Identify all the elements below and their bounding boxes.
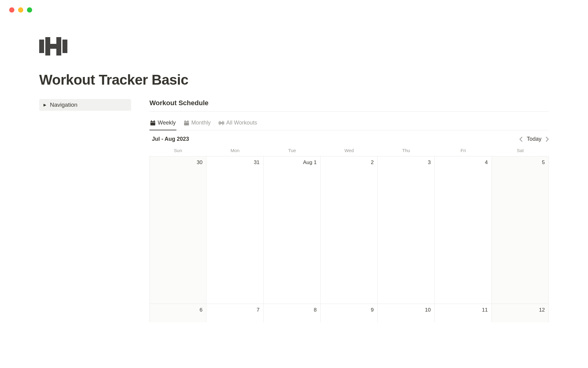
svg-rect-12	[184, 122, 189, 122]
section-title: Workout Schedule	[149, 99, 549, 112]
prev-button[interactable]	[519, 137, 522, 142]
calendar-grid: Sun Mon Tue Wed Thu Fri Sat 30 31 Aug 1 …	[149, 146, 549, 322]
day-header-wed: Wed	[321, 146, 378, 156]
day-header-mon: Mon	[206, 146, 263, 156]
svg-rect-7	[154, 120, 154, 122]
calendar-icon	[150, 120, 156, 126]
tab-label: Weekly	[158, 120, 176, 126]
day-header-sun: Sun	[149, 146, 206, 156]
window-minimize-button[interactable]	[18, 7, 23, 13]
svg-rect-6	[151, 120, 152, 122]
svg-rect-10	[185, 120, 185, 122]
day-cell[interactable]: 9	[321, 304, 378, 322]
svg-rect-16	[222, 121, 223, 125]
window-maximize-button[interactable]	[27, 7, 32, 13]
today-button[interactable]: Today	[527, 136, 541, 142]
day-cell[interactable]: 8	[264, 304, 321, 322]
triangle-right-icon: ▶	[43, 103, 46, 107]
svg-rect-15	[220, 122, 222, 124]
svg-rect-2	[50, 44, 56, 49]
week-row: 30 31 Aug 1 2 3 4 5	[149, 156, 549, 304]
day-cell[interactable]: 31	[206, 156, 263, 304]
day-cell[interactable]: 3	[378, 156, 435, 304]
tab-weekly[interactable]: Weekly	[149, 117, 176, 130]
day-headers-row: Sun Mon Tue Wed Thu Fri Sat	[149, 146, 549, 156]
day-cell[interactable]: Aug 1	[264, 156, 321, 304]
day-cell[interactable]: 10	[378, 304, 435, 322]
window-controls	[0, 0, 588, 13]
tab-all-workouts[interactable]: All Workouts	[218, 117, 258, 130]
svg-rect-0	[39, 40, 44, 53]
chevron-right-icon	[546, 137, 549, 142]
page-title[interactable]: Workout Tracker Basic	[39, 71, 549, 88]
date-range-label: Jul - Aug 2023	[152, 136, 189, 142]
page-icon-dumbbell[interactable]	[39, 37, 549, 57]
tab-label: All Workouts	[226, 120, 257, 126]
navigation-toggle[interactable]: ▶ Navigation	[39, 99, 131, 111]
next-button[interactable]	[546, 137, 549, 142]
calendar-icon	[184, 120, 189, 126]
sidebar: ▶ Navigation	[39, 99, 131, 322]
week-row: 6 7 8 9 10 11 12	[149, 304, 549, 322]
day-cell[interactable]: 7	[206, 304, 263, 322]
chevron-left-icon	[519, 137, 522, 142]
svg-rect-8	[150, 122, 155, 122]
svg-rect-14	[220, 121, 220, 125]
day-header-tue: Tue	[264, 146, 321, 156]
window-close-button[interactable]	[9, 7, 14, 13]
svg-rect-9	[184, 121, 189, 125]
svg-rect-17	[223, 121, 224, 124]
day-cell[interactable]: 6	[149, 304, 206, 322]
view-tabs: Weekly Monthly All Workouts	[149, 117, 549, 130]
navigation-label: Navigation	[50, 102, 77, 108]
calendar-header: Jul - Aug 2023 Today	[149, 130, 549, 146]
svg-rect-11	[187, 120, 188, 122]
main-content: Workout Schedule Weekly Monthly	[149, 99, 549, 322]
tab-label: Monthly	[191, 120, 211, 126]
svg-rect-5	[150, 121, 155, 125]
dumbbell-icon	[39, 37, 67, 56]
day-cell[interactable]: 12	[492, 304, 549, 322]
day-cell[interactable]: 11	[435, 304, 492, 322]
day-header-fri: Fri	[435, 146, 492, 156]
tab-monthly[interactable]: Monthly	[183, 117, 211, 130]
calendar-nav: Today	[519, 136, 549, 142]
day-header-sat: Sat	[492, 146, 549, 156]
day-cell[interactable]: 4	[435, 156, 492, 304]
svg-rect-3	[56, 37, 61, 56]
svg-rect-13	[219, 121, 219, 124]
day-cell[interactable]: 5	[492, 156, 549, 304]
svg-rect-1	[45, 37, 50, 56]
day-cell[interactable]: 30	[149, 156, 206, 304]
dumbbell-small-icon	[219, 120, 224, 126]
day-cell[interactable]: 2	[321, 156, 378, 304]
day-header-thu: Thu	[378, 146, 435, 156]
svg-rect-4	[62, 40, 67, 53]
